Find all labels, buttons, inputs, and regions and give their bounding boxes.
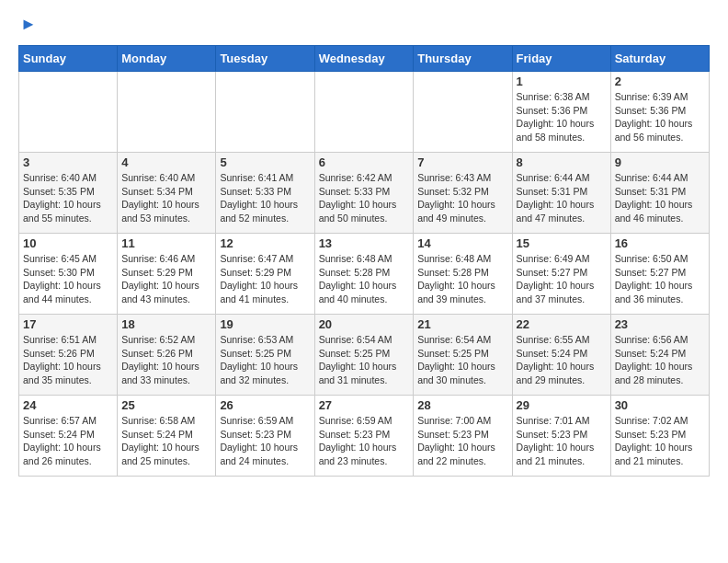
header-saturday: Saturday (610, 46, 709, 72)
table-row: 16Sunrise: 6:50 AM Sunset: 5:27 PM Dayli… (610, 234, 709, 315)
week-row-5: 24Sunrise: 6:57 AM Sunset: 5:24 PM Dayli… (19, 396, 710, 477)
day-info: Sunrise: 6:54 AM Sunset: 5:25 PM Dayligh… (319, 333, 410, 387)
table-row: 17Sunrise: 6:51 AM Sunset: 5:26 PM Dayli… (19, 315, 118, 396)
table-row: 14Sunrise: 6:48 AM Sunset: 5:28 PM Dayli… (414, 234, 512, 315)
day-number: 24 (23, 398, 113, 412)
table-row: 29Sunrise: 7:01 AM Sunset: 5:23 PM Dayli… (512, 396, 610, 477)
day-info: Sunrise: 6:41 AM Sunset: 5:33 PM Dayligh… (220, 171, 310, 225)
day-info: Sunrise: 6:59 AM Sunset: 5:23 PM Dayligh… (220, 414, 310, 468)
day-info: Sunrise: 7:01 AM Sunset: 5:23 PM Dayligh… (517, 414, 607, 468)
logo-arrow-icon: ► (20, 15, 37, 34)
table-row: 28Sunrise: 7:00 AM Sunset: 5:23 PM Dayli… (414, 396, 512, 477)
table-row: 8Sunrise: 6:44 AM Sunset: 5:31 PM Daylig… (512, 153, 610, 234)
table-row (19, 72, 118, 153)
day-number: 28 (417, 398, 507, 412)
day-info: Sunrise: 6:51 AM Sunset: 5:26 PM Dayligh… (23, 333, 113, 387)
table-row: 18Sunrise: 6:52 AM Sunset: 5:26 PM Dayli… (118, 315, 216, 396)
table-row: 12Sunrise: 6:47 AM Sunset: 5:29 PM Dayli… (216, 234, 314, 315)
day-number: 27 (319, 398, 410, 412)
day-info: Sunrise: 6:47 AM Sunset: 5:29 PM Dayligh… (220, 252, 310, 306)
table-row: 1Sunrise: 6:38 AM Sunset: 5:36 PM Daylig… (512, 72, 610, 153)
table-row: 22Sunrise: 6:55 AM Sunset: 5:24 PM Dayli… (512, 315, 610, 396)
day-number: 9 (615, 155, 705, 169)
header-monday: Monday (118, 46, 216, 72)
week-row-4: 17Sunrise: 6:51 AM Sunset: 5:26 PM Dayli… (19, 315, 710, 396)
day-number: 22 (517, 317, 607, 331)
table-row: 7Sunrise: 6:43 AM Sunset: 5:32 PM Daylig… (414, 153, 512, 234)
day-number: 4 (121, 155, 211, 169)
day-number: 13 (319, 236, 410, 250)
day-number: 1 (517, 75, 607, 88)
table-row (414, 72, 512, 153)
day-info: Sunrise: 6:43 AM Sunset: 5:32 PM Dayligh… (417, 171, 507, 225)
day-info: Sunrise: 6:56 AM Sunset: 5:24 PM Dayligh… (615, 333, 705, 387)
header-friday: Friday (512, 46, 610, 72)
calendar: SundayMondayTuesdayWednesdayThursdayFrid… (18, 45, 710, 477)
header-wednesday: Wednesday (314, 46, 414, 72)
table-row: 11Sunrise: 6:46 AM Sunset: 5:29 PM Dayli… (118, 234, 216, 315)
table-row: 20Sunrise: 6:54 AM Sunset: 5:25 PM Dayli… (314, 315, 414, 396)
day-info: Sunrise: 6:42 AM Sunset: 5:33 PM Dayligh… (319, 171, 410, 225)
day-number: 18 (121, 317, 211, 331)
day-info: Sunrise: 6:55 AM Sunset: 5:24 PM Dayligh… (517, 333, 607, 387)
day-number: 11 (121, 236, 211, 250)
day-info: Sunrise: 6:44 AM Sunset: 5:31 PM Dayligh… (517, 171, 607, 225)
header-sunday: Sunday (19, 46, 118, 72)
logo: ► (18, 15, 37, 34)
day-info: Sunrise: 6:40 AM Sunset: 5:35 PM Dayligh… (23, 171, 113, 225)
table-row (118, 72, 216, 153)
table-row: 21Sunrise: 6:54 AM Sunset: 5:25 PM Dayli… (414, 315, 512, 396)
day-number: 3 (23, 155, 113, 169)
week-row-2: 3Sunrise: 6:40 AM Sunset: 5:35 PM Daylig… (19, 153, 710, 234)
day-info: Sunrise: 7:02 AM Sunset: 5:23 PM Dayligh… (615, 414, 705, 468)
day-info: Sunrise: 6:45 AM Sunset: 5:30 PM Dayligh… (23, 252, 113, 306)
week-row-3: 10Sunrise: 6:45 AM Sunset: 5:30 PM Dayli… (19, 234, 710, 315)
day-info: Sunrise: 6:52 AM Sunset: 5:26 PM Dayligh… (121, 333, 211, 387)
day-number: 7 (417, 155, 507, 169)
day-number: 5 (220, 155, 310, 169)
day-info: Sunrise: 6:48 AM Sunset: 5:28 PM Dayligh… (417, 252, 507, 306)
day-info: Sunrise: 6:59 AM Sunset: 5:23 PM Dayligh… (319, 414, 410, 468)
day-number: 15 (517, 236, 607, 250)
calendar-header-row: SundayMondayTuesdayWednesdayThursdayFrid… (19, 46, 710, 72)
day-number: 21 (417, 317, 507, 331)
table-row: 19Sunrise: 6:53 AM Sunset: 5:25 PM Dayli… (216, 315, 314, 396)
day-info: Sunrise: 6:58 AM Sunset: 5:24 PM Dayligh… (121, 414, 211, 468)
day-number: 26 (220, 398, 310, 412)
table-row (216, 72, 314, 153)
day-number: 12 (220, 236, 310, 250)
day-info: Sunrise: 6:49 AM Sunset: 5:27 PM Dayligh… (517, 252, 607, 306)
day-info: Sunrise: 6:54 AM Sunset: 5:25 PM Dayligh… (417, 333, 507, 387)
table-row: 23Sunrise: 6:56 AM Sunset: 5:24 PM Dayli… (610, 315, 709, 396)
day-number: 29 (517, 398, 607, 412)
day-info: Sunrise: 7:00 AM Sunset: 5:23 PM Dayligh… (417, 414, 507, 468)
day-number: 2 (615, 75, 705, 88)
table-row: 4Sunrise: 6:40 AM Sunset: 5:34 PM Daylig… (118, 153, 216, 234)
table-row: 13Sunrise: 6:48 AM Sunset: 5:28 PM Dayli… (314, 234, 414, 315)
day-number: 25 (121, 398, 211, 412)
day-number: 23 (615, 317, 705, 331)
header: ► (18, 15, 710, 34)
day-number: 6 (319, 155, 410, 169)
day-number: 30 (615, 398, 705, 412)
table-row: 5Sunrise: 6:41 AM Sunset: 5:33 PM Daylig… (216, 153, 314, 234)
table-row: 27Sunrise: 6:59 AM Sunset: 5:23 PM Dayli… (314, 396, 414, 477)
day-info: Sunrise: 6:53 AM Sunset: 5:25 PM Dayligh… (220, 333, 310, 387)
day-number: 14 (417, 236, 507, 250)
table-row: 24Sunrise: 6:57 AM Sunset: 5:24 PM Dayli… (19, 396, 118, 477)
table-row: 15Sunrise: 6:49 AM Sunset: 5:27 PM Dayli… (512, 234, 610, 315)
header-thursday: Thursday (414, 46, 512, 72)
day-info: Sunrise: 6:40 AM Sunset: 5:34 PM Dayligh… (121, 171, 211, 225)
table-row: 6Sunrise: 6:42 AM Sunset: 5:33 PM Daylig… (314, 153, 414, 234)
header-tuesday: Tuesday (216, 46, 314, 72)
day-info: Sunrise: 6:50 AM Sunset: 5:27 PM Dayligh… (615, 252, 705, 306)
day-info: Sunrise: 6:46 AM Sunset: 5:29 PM Dayligh… (121, 252, 211, 306)
day-number: 8 (517, 155, 607, 169)
day-number: 17 (23, 317, 113, 331)
page: ► SundayMondayTuesdayWednesdayThursdayFr… (0, 0, 728, 486)
day-number: 16 (615, 236, 705, 250)
table-row: 10Sunrise: 6:45 AM Sunset: 5:30 PM Dayli… (19, 234, 118, 315)
table-row: 25Sunrise: 6:58 AM Sunset: 5:24 PM Dayli… (118, 396, 216, 477)
day-info: Sunrise: 6:38 AM Sunset: 5:36 PM Dayligh… (517, 90, 607, 144)
day-info: Sunrise: 6:48 AM Sunset: 5:28 PM Dayligh… (319, 252, 410, 306)
